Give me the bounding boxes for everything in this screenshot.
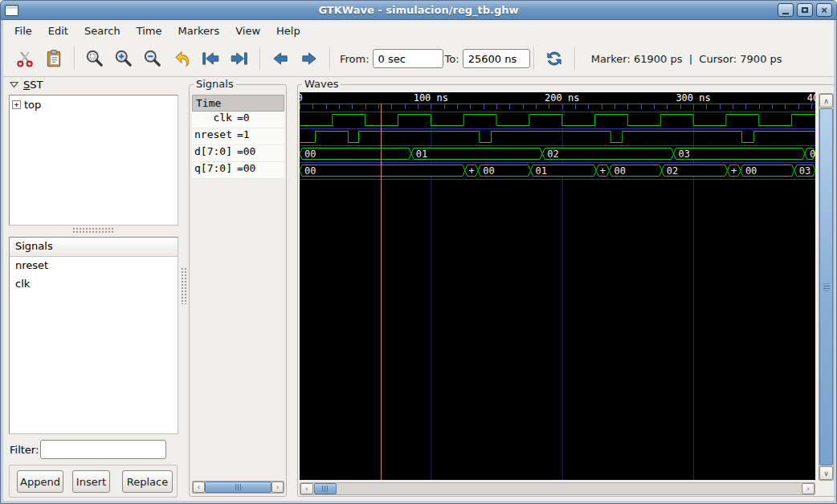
pane-splitter-vertical[interactable] (181, 267, 186, 304)
signal-list-item-nreset[interactable]: nreset (10, 257, 178, 275)
zoom-fit-icon (85, 49, 104, 68)
svg-text:02: 02 (667, 165, 678, 177)
zoom-fit-button[interactable] (83, 47, 107, 71)
toolbar-separator (574, 47, 576, 70)
wave-canvas[interactable]: 0100 ns200 ns300 ns400 ns000102030400+00… (300, 92, 815, 480)
paste-button[interactable] (42, 47, 66, 71)
marker-cursor-status: Marker: 61900 ps | Cursor: 7900 ps (591, 53, 782, 65)
tree-item-label: top (24, 99, 41, 111)
menu-bar: File Edit Search Time Markers View Help (3, 20, 834, 41)
svg-text:00: 00 (304, 148, 316, 160)
menu-edit[interactable]: Edit (40, 22, 76, 40)
signals-hscrollbar[interactable]: ‹ › (192, 481, 284, 494)
close-icon: × (821, 5, 827, 15)
replace-button[interactable]: Replace (122, 470, 173, 493)
waves-hscrollbar[interactable]: ‹ › (300, 482, 815, 495)
svg-text:02: 02 (547, 148, 558, 160)
title-bar: GTKWave - simulacion/reg_tb.ghw × (1, 1, 836, 20)
menu-search[interactable]: Search (76, 22, 129, 40)
signal-browser: Signals nreset clk (9, 237, 178, 434)
svg-text:00: 00 (304, 165, 316, 177)
scroll-down-button[interactable]: ∨ (819, 466, 833, 480)
undo-icon (172, 49, 191, 68)
close-button[interactable]: × (816, 3, 832, 17)
from-input[interactable] (373, 49, 443, 68)
svg-text:00: 00 (483, 165, 494, 177)
svg-text:+: + (731, 165, 737, 177)
from-label: From: (340, 53, 370, 65)
insert-button[interactable]: Insert (72, 470, 110, 493)
signal-row-q[interactable]: q[7:0]=00 (192, 162, 284, 179)
skip-to-start-button[interactable] (198, 47, 223, 71)
append-button[interactable]: Append (17, 470, 63, 493)
time-header[interactable]: Time (192, 95, 284, 112)
svg-text:+: + (468, 165, 474, 177)
reload-icon (545, 49, 564, 68)
minimize-button[interactable] (778, 3, 794, 17)
menu-view[interactable]: View (227, 22, 268, 40)
zoom-out-button[interactable] (141, 47, 165, 71)
svg-text:300 ns: 300 ns (676, 92, 710, 104)
gtkwave-window: GTKWave - simulacion/reg_tb.ghw × File E… (0, 0, 837, 504)
zoom-out-icon (143, 49, 162, 68)
triangle-down-icon (10, 81, 18, 88)
signals-panel: Signals Time clk=0 nreset=1 d[7:0]=00 q[… (189, 84, 287, 497)
cut-button[interactable] (13, 47, 37, 71)
sst-expander[interactable]: SST (10, 79, 43, 91)
scroll-right-button[interactable]: › (272, 482, 284, 493)
signal-buttons-frame: Append Insert Replace (9, 465, 178, 498)
waves-vscrollbar[interactable]: ∧ ∨ (819, 93, 834, 481)
zoom-in-icon (114, 49, 133, 68)
skip-end-icon (230, 49, 249, 68)
menu-markers[interactable]: Markers (169, 22, 227, 40)
scroll-right-button[interactable]: › (802, 483, 815, 494)
toolbar-separator (329, 47, 331, 70)
svg-text:00: 00 (614, 165, 626, 177)
undo-button[interactable] (169, 47, 194, 71)
tree-item-top[interactable]: + top (10, 96, 178, 111)
filter-label: Filter: (10, 444, 39, 456)
toolbar-separator (533, 47, 535, 70)
scroll-left-button[interactable]: ‹ (193, 482, 205, 493)
scroll-left-button[interactable]: ‹ (300, 483, 313, 494)
skip-to-end-button[interactable] (227, 47, 251, 71)
svg-text:04: 04 (810, 148, 815, 160)
scrollbar-thumb[interactable] (819, 108, 833, 465)
scrollbar-thumb[interactable] (205, 482, 272, 493)
to-label: To: (445, 53, 459, 65)
scissors-icon (15, 49, 35, 68)
signal-row-clk[interactable]: clk=0 (192, 112, 284, 128)
svg-text:100 ns: 100 ns (414, 92, 448, 104)
shift-left-button[interactable] (268, 47, 292, 71)
menu-help[interactable]: Help (268, 22, 308, 40)
svg-text:01: 01 (536, 165, 547, 177)
signals-frame-label: Signals (194, 78, 236, 90)
to-input[interactable] (463, 49, 530, 68)
sst-label: SST (23, 79, 43, 91)
arrow-right-icon (300, 49, 319, 68)
signal-list-item-clk[interactable]: clk (10, 275, 178, 294)
waves-panel: Waves 0100 ns200 ns300 ns400 ns000102030… (297, 84, 837, 497)
svg-text:400 ns: 400 ns (807, 92, 815, 104)
waves-frame-label: Waves (302, 78, 341, 90)
signal-row-d[interactable]: d[7:0]=00 (192, 145, 284, 162)
signal-row-nreset[interactable]: nreset=1 (192, 128, 284, 145)
skip-start-icon (201, 49, 220, 68)
maximize-button[interactable] (797, 3, 813, 17)
menu-time[interactable]: Time (129, 22, 170, 40)
svg-text:03: 03 (679, 148, 690, 160)
shift-right-button[interactable] (297, 47, 321, 71)
expand-plus-icon[interactable]: + (12, 100, 21, 109)
toolbar-separator (74, 47, 76, 70)
maximize-icon (802, 7, 808, 13)
svg-text:+: + (600, 165, 606, 177)
pane-splitter-horizontal[interactable] (72, 227, 114, 233)
reload-button[interactable] (542, 47, 566, 71)
sst-tree: + top (9, 95, 178, 226)
filter-input[interactable] (40, 440, 166, 459)
zoom-in-button[interactable] (112, 47, 136, 71)
scroll-up-button[interactable]: ∧ (819, 94, 833, 108)
scrollbar-thumb[interactable] (314, 483, 337, 494)
menu-file[interactable]: File (6, 22, 40, 40)
svg-text:0: 0 (300, 92, 303, 104)
